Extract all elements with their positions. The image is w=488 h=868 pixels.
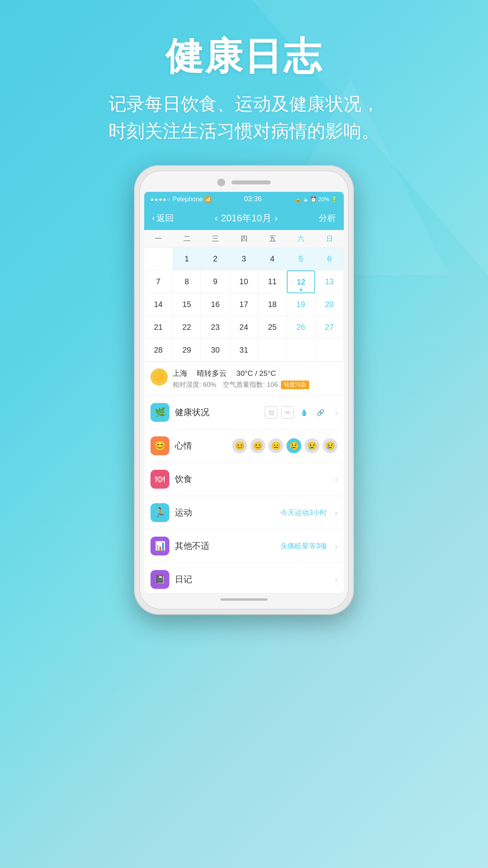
- battery-icon: 🔋: [331, 196, 338, 202]
- battery-percent: 20%: [318, 196, 329, 202]
- health-label: 健康状况: [175, 406, 259, 418]
- diary-icon: 📓: [150, 570, 169, 589]
- calendar-cell[interactable]: 11: [258, 270, 287, 293]
- weekday-wed: 三: [201, 230, 230, 247]
- calendar-cell: [258, 339, 287, 362]
- calendar-cell-today[interactable]: 12: [287, 270, 316, 293]
- app-title: 健康日志: [0, 31, 488, 83]
- weekday-thu: 四: [230, 230, 259, 247]
- discomfort-value: 头痛眩晕等3项: [281, 541, 327, 551]
- status-left: ●●●●○ Pelephone 📶: [150, 196, 211, 203]
- calendar-cell[interactable]: 26: [287, 316, 316, 339]
- diary-label: 日记: [175, 574, 327, 585]
- diet-item[interactable]: 🍽 饮食 ›: [144, 463, 344, 496]
- status-bar: ●●●●○ Pelephone 📶 03:36 🔒 ▲ ⏰ 20% 🔋: [144, 192, 344, 206]
- location-icon: ▲: [303, 196, 308, 202]
- mood-item[interactable]: 😊 心情 😊 😊 😐 😢 😢 😢: [144, 429, 344, 463]
- weekday-mon: 一: [144, 230, 173, 247]
- weather-info: 上海 晴转多云 30°C / 25°C 相对湿度: 60% 空气质量指数: 10…: [172, 368, 338, 389]
- prev-month-button[interactable]: ‹: [215, 213, 218, 224]
- phone-top-bar: [144, 175, 344, 192]
- scale-icon[interactable]: ⊡: [265, 406, 277, 419]
- weather-temp: 30°C / 25°C: [237, 369, 276, 377]
- subtitle-line1: 记录每日饮食、运动及健康状况，: [108, 94, 380, 114]
- calendar-cell[interactable]: 1: [173, 248, 202, 270]
- discomfort-label: 其他不适: [175, 540, 275, 552]
- calendar-cell[interactable]: 28: [144, 339, 173, 362]
- calendar-cell[interactable]: 6: [315, 248, 344, 270]
- diary-chevron-icon: ›: [335, 575, 338, 584]
- exercise-item[interactable]: 🏃 运动 今天运动3小时 ›: [144, 496, 344, 530]
- calendar-cell[interactable]: [144, 248, 173, 270]
- carrier-name: Pelephone: [172, 196, 203, 203]
- diet-label: 饮食: [175, 473, 327, 485]
- month-label: 2016年10月: [221, 212, 272, 224]
- calendar-grid: 1 2 3 4 5 6 7 8 9 10 11 12: [144, 248, 344, 362]
- calendar-cell[interactable]: 27: [315, 316, 344, 339]
- analyze-button[interactable]: 分析: [319, 212, 336, 224]
- discomfort-item[interactable]: 📊 其他不适 头痛眩晕等3项 ›: [144, 530, 344, 563]
- back-chevron: ‹: [152, 213, 155, 223]
- humidity-text: 相对湿度: 60% 空气质量指数: 106: [172, 380, 278, 389]
- weather-condition: 晴转多云: [197, 369, 227, 377]
- calendar-cell[interactable]: 18: [258, 293, 287, 316]
- calendar-cell[interactable]: 20: [315, 293, 344, 316]
- speaker-icon: [231, 180, 271, 184]
- pencil-icon[interactable]: ✏: [281, 406, 294, 419]
- diary-item[interactable]: 📓 日记 ›: [144, 563, 344, 593]
- discomfort-chevron-icon: ›: [335, 542, 338, 551]
- mood-very-happy[interactable]: 😊: [232, 438, 247, 453]
- calendar-cell[interactable]: 3: [230, 248, 259, 270]
- mood-terrible[interactable]: 😢: [323, 438, 338, 453]
- calendar-cell[interactable]: 10: [230, 270, 259, 293]
- status-right: 🔒 ▲ ⏰ 20% 🔋: [295, 196, 338, 202]
- exercise-icon: 🏃: [150, 503, 169, 522]
- weather-main: 上海 晴转多云 30°C / 25°C: [172, 368, 338, 379]
- calendar-cell[interactable]: 15: [173, 293, 202, 316]
- mood-sad[interactable]: 😢: [286, 438, 301, 453]
- back-button[interactable]: ‹ 返回: [152, 212, 174, 224]
- calendar-cell[interactable]: 13: [315, 270, 344, 293]
- mood-very-sad[interactable]: 😢: [305, 438, 319, 453]
- exercise-chevron-icon: ›: [335, 508, 338, 517]
- mood-neutral[interactable]: 😐: [268, 438, 283, 453]
- link-icon[interactable]: 🔗: [314, 406, 327, 419]
- next-month-button[interactable]: ›: [275, 213, 278, 224]
- calendar-cell[interactable]: 31: [230, 339, 259, 362]
- health-icon: 🌿: [150, 403, 169, 422]
- calendar-cell[interactable]: 8: [173, 270, 202, 293]
- calendar-cell[interactable]: 2: [201, 248, 230, 270]
- calendar-cell[interactable]: 14: [144, 293, 173, 316]
- weekday-fri: 五: [258, 230, 287, 247]
- calendar-cell[interactable]: 25: [258, 316, 287, 339]
- calendar-cell[interactable]: 16: [201, 293, 230, 316]
- calendar-cell[interactable]: 4: [258, 248, 287, 270]
- calendar-cell[interactable]: 17: [230, 293, 259, 316]
- wifi-icon: 📶: [204, 196, 211, 202]
- calendar-cell[interactable]: 23: [201, 316, 230, 339]
- calendar-cell[interactable]: 22: [173, 316, 202, 339]
- month-display: ‹ 2016年10月 ›: [215, 212, 278, 224]
- subtitle: 记录每日饮食、运动及健康状况， 时刻关注生活习惯对病情的影响。: [0, 90, 488, 145]
- calendar-cell[interactable]: 29: [173, 339, 202, 362]
- home-indicator: [220, 598, 268, 601]
- mood-happy[interactable]: 😊: [250, 438, 265, 453]
- health-status-item[interactable]: 🌿 健康状况 ⊡ ✏ 💧 🔗 ›: [144, 396, 344, 429]
- back-label: 返回: [156, 212, 174, 224]
- calendar-cell[interactable]: 21: [144, 316, 173, 339]
- calendar-cell[interactable]: 7: [144, 270, 173, 293]
- city-name: 上海: [172, 369, 187, 377]
- calendar-cell[interactable]: 24: [230, 316, 259, 339]
- alarm-icon: ⏰: [310, 196, 317, 202]
- calendar-cell[interactable]: 19: [287, 293, 316, 316]
- calendar-cell[interactable]: 9: [201, 270, 230, 293]
- calendar-cell[interactable]: 5: [287, 248, 316, 270]
- calendar-cell: [315, 339, 344, 362]
- discomfort-icon: 📊: [150, 537, 169, 555]
- drop-icon[interactable]: 💧: [298, 406, 310, 419]
- exercise-value: 今天运动3小时: [281, 508, 327, 517]
- calendar-cell[interactable]: 30: [201, 339, 230, 362]
- background: 健康日志 记录每日饮食、运动及健康状况， 时刻关注生活习惯对病情的影响。 ●●: [0, 0, 488, 868]
- phone-bottom-bar: [144, 593, 344, 605]
- hero-section: 健康日志 记录每日饮食、运动及健康状况， 时刻关注生活习惯对病情的影响。: [0, 0, 488, 160]
